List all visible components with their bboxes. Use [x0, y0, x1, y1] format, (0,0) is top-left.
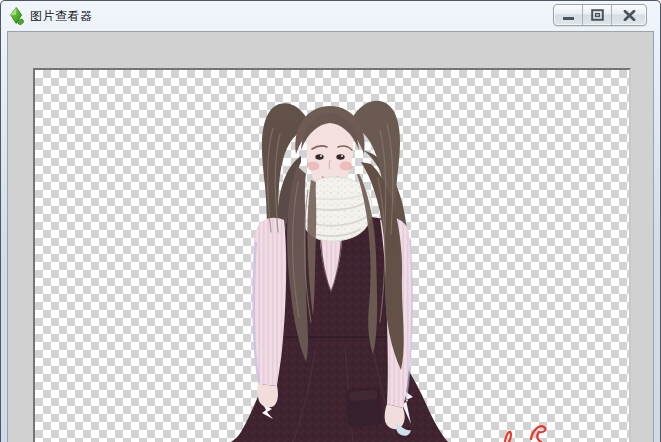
titlebar[interactable]: 图片查看器 — [1, 1, 660, 31]
viewer-panel — [7, 31, 654, 442]
sims-plumbob-icon — [9, 7, 24, 26]
close-icon — [623, 10, 636, 21]
minimize-icon — [563, 17, 574, 20]
maximize-button[interactable] — [583, 5, 612, 25]
window-controls — [553, 4, 647, 26]
watermark-signature — [505, 426, 545, 442]
window-title: 图片查看器 — [30, 8, 93, 25]
image-canvas[interactable] — [33, 68, 631, 442]
character-image — [35, 70, 629, 442]
close-button[interactable] — [612, 5, 646, 25]
minimize-button[interactable] — [554, 5, 583, 25]
character-figure — [229, 101, 545, 442]
maximize-icon — [591, 9, 604, 21]
image-viewer-window: 图片查看器 — [0, 0, 661, 442]
